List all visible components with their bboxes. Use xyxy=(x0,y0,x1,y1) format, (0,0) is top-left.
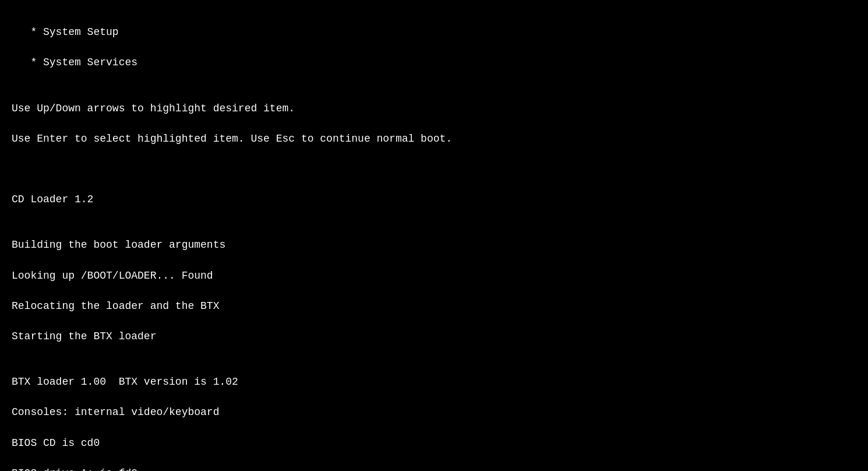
terminal-line: Looking up /BOOT/LOADER... Found xyxy=(12,268,856,283)
terminal-line: BIOS drive A: is fd0 xyxy=(12,466,856,471)
terminal-line: BTX loader 1.00 BTX version is 1.02 xyxy=(12,374,856,389)
terminal-line: Use Enter to select highlighted item. Us… xyxy=(12,131,856,146)
terminal-line: Relocating the loader and the BTX xyxy=(12,298,856,314)
terminal-line: * System Services xyxy=(12,55,856,70)
terminal-line: * System Setup xyxy=(12,24,856,40)
terminal-output: * System Setup * System Services Use Up/… xyxy=(12,9,856,471)
terminal-line: BIOS CD is cd0 xyxy=(12,435,856,451)
terminal-line: Use Up/Down arrows to highlight desired … xyxy=(12,101,856,116)
terminal-line: Starting the BTX loader xyxy=(12,329,856,344)
terminal-line: Consoles: internal video/keyboard xyxy=(12,405,856,420)
terminal-line: Building the boot loader arguments xyxy=(12,237,856,252)
terminal-line: CD Loader 1.2 xyxy=(12,192,856,207)
